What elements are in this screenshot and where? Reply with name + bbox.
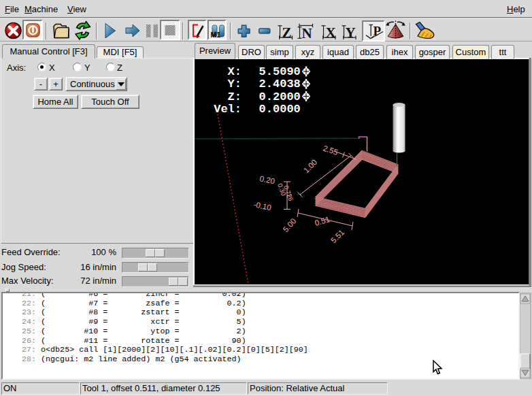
svg-text:P: P — [373, 24, 382, 38]
svg-text:M1: M1 — [211, 31, 221, 39]
svg-text:N: N — [302, 25, 312, 42]
svg-text:Y:: Y: — [228, 78, 242, 90]
svg-text:Vel:: Vel: — [214, 103, 242, 116]
svg-text:X: X — [326, 24, 336, 41]
svg-text:Y: Y — [346, 24, 356, 41]
svg-text:Z:: Z: — [228, 90, 242, 103]
svg-text:0.2000: 0.2000 — [259, 90, 301, 103]
svg-text:Z: Z — [282, 24, 292, 41]
svg-text:5.5090: 5.5090 — [259, 65, 301, 78]
svg-text:X:: X: — [228, 65, 242, 78]
svg-text:2.4038: 2.4038 — [259, 78, 301, 90]
svg-text:0.0000: 0.0000 — [259, 103, 301, 116]
